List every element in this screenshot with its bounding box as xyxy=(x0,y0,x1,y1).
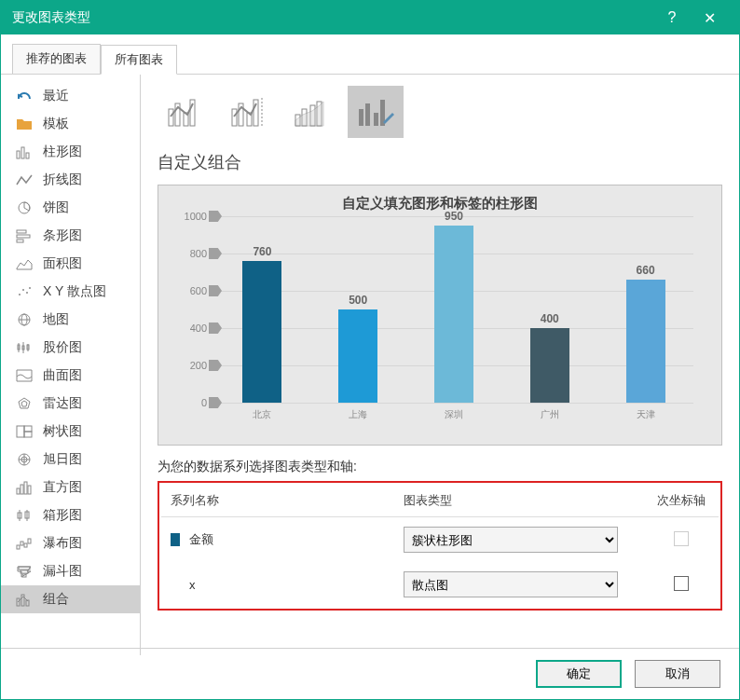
svg-rect-5 xyxy=(17,235,30,238)
sidebar-item-13[interactable]: 旭日图 xyxy=(1,446,140,474)
svg-marker-21 xyxy=(21,401,27,406)
bar-group: 950 xyxy=(426,210,482,403)
svg-point-9 xyxy=(26,292,28,294)
series-row: 金额 簇状柱形图 xyxy=(161,517,719,563)
sidebar-item-label: 股价图 xyxy=(43,339,82,356)
category-icon xyxy=(15,507,34,524)
tab-all-charts[interactable]: 所有图表 xyxy=(101,45,177,75)
category-icon xyxy=(15,535,34,552)
svg-rect-39 xyxy=(24,543,27,547)
sidebar-item-label: 树状图 xyxy=(43,423,82,440)
y-tick: 0 xyxy=(179,397,207,408)
sidebar-item-label: 漏斗图 xyxy=(43,563,82,580)
bar-value-label: 660 xyxy=(637,264,655,277)
sidebar-item-12[interactable]: 树状图 xyxy=(1,418,140,446)
x-tick: 上海 xyxy=(330,408,386,421)
sidebar-item-0[interactable]: 最近 xyxy=(1,82,140,110)
combo-type-3[interactable] xyxy=(284,86,340,138)
combo-type-1[interactable] xyxy=(158,86,213,138)
svg-rect-47 xyxy=(169,109,173,126)
sidebar-item-14[interactable]: 直方图 xyxy=(1,474,140,501)
sidebar-item-label: 组合 xyxy=(43,591,69,608)
sidebar-item-2[interactable]: 柱形图 xyxy=(1,138,140,166)
ok-button[interactable]: 确定 xyxy=(536,660,622,688)
chart-preview: 自定义填充图形和标签的柱形图 0200400600800100076050095… xyxy=(158,185,722,446)
series-row: x 散点图 xyxy=(161,562,719,607)
combo-type-2[interactable] xyxy=(221,86,277,138)
svg-point-8 xyxy=(22,289,24,291)
sidebar-item-9[interactable]: 股价图 xyxy=(1,334,140,362)
sidebar-item-4[interactable]: 饼图 xyxy=(1,194,140,222)
bar-value-label: 760 xyxy=(253,245,271,258)
category-icon xyxy=(15,451,34,468)
category-icon xyxy=(15,283,34,300)
sidebar-item-label: 箱形图 xyxy=(43,507,82,524)
sidebar-item-18[interactable]: 组合 xyxy=(1,585,140,613)
cancel-button[interactable]: 取消 xyxy=(635,660,720,688)
svg-rect-32 xyxy=(28,486,31,494)
x-tick: 北京 xyxy=(234,408,290,421)
series-name-text: x xyxy=(189,578,196,592)
svg-rect-41 xyxy=(19,567,30,570)
sidebar-item-10[interactable]: 曲面图 xyxy=(1,362,140,390)
y-tick: 1000 xyxy=(179,211,207,222)
svg-rect-51 xyxy=(232,109,237,126)
sidebar-item-6[interactable]: 面积图 xyxy=(1,250,140,278)
dialog-footer: 确定 取消 xyxy=(1,648,739,699)
svg-rect-30 xyxy=(21,485,23,494)
secondary-axis-checkbox[interactable] xyxy=(674,531,689,546)
bar-group: 660 xyxy=(618,264,674,403)
category-icon xyxy=(15,199,34,216)
bar xyxy=(338,309,377,403)
col-secondary-axis: 次坐标轴 xyxy=(644,485,719,517)
series-swatch xyxy=(171,533,180,546)
close-button[interactable]: ✕ xyxy=(691,9,728,27)
y-tick: 600 xyxy=(179,285,207,296)
help-button[interactable]: ? xyxy=(653,9,691,26)
dialog-change-chart-type: 更改图表类型 ? ✕ 推荐的图表 所有图表 最近模板柱形图折线图饼图条形图面积图… xyxy=(0,0,740,700)
sidebar-item-16[interactable]: 瀑布图 xyxy=(1,529,140,557)
bar xyxy=(242,261,281,403)
sidebar-item-label: 直方图 xyxy=(43,479,82,496)
sidebar-item-1[interactable]: 模板 xyxy=(1,110,140,138)
sidebar-item-label: 模板 xyxy=(43,116,69,132)
svg-rect-61 xyxy=(365,103,370,126)
sidebar-item-17[interactable]: 漏斗图 xyxy=(1,557,140,585)
sidebar-item-15[interactable]: 箱形图 xyxy=(1,501,140,529)
series-type-select[interactable]: 簇状柱形图 xyxy=(404,527,618,553)
category-icon xyxy=(15,144,34,160)
category-icon xyxy=(15,311,34,328)
secondary-axis-checkbox[interactable] xyxy=(674,576,689,591)
sidebar-item-label: X Y 散点图 xyxy=(43,283,106,300)
category-icon xyxy=(15,88,34,104)
bar-value-label: 950 xyxy=(445,210,463,223)
sidebar-item-7[interactable]: X Y 散点图 xyxy=(1,278,140,306)
category-icon xyxy=(15,479,34,496)
x-tick: 广州 xyxy=(522,408,578,421)
category-icon xyxy=(15,227,34,244)
section-title: 自定义组合 xyxy=(158,151,722,173)
sidebar-item-3[interactable]: 折线图 xyxy=(1,166,140,194)
svg-rect-1 xyxy=(21,147,24,158)
combo-subtype-row xyxy=(158,86,722,138)
sidebar-item-5[interactable]: 条形图 xyxy=(1,222,140,250)
y-tick: 200 xyxy=(179,360,207,371)
col-chart-type: 图表类型 xyxy=(394,485,644,517)
sidebar-item-label: 地图 xyxy=(43,311,69,328)
series-section-label: 为您的数据系列选择图表类型和轴: xyxy=(158,459,722,475)
sidebar-item-label: 曲面图 xyxy=(43,367,82,384)
svg-point-7 xyxy=(19,294,21,295)
tab-recommended[interactable]: 推荐的图表 xyxy=(12,44,101,74)
sidebar-item-8[interactable]: 地图 xyxy=(1,306,140,334)
svg-rect-22 xyxy=(17,426,24,437)
combo-type-custom[interactable] xyxy=(348,86,404,138)
svg-rect-6 xyxy=(17,240,23,242)
dialog-title: 更改图表类型 xyxy=(12,9,653,26)
svg-rect-23 xyxy=(24,426,32,432)
series-type-select[interactable]: 散点图 xyxy=(404,571,618,597)
svg-rect-4 xyxy=(17,230,26,233)
sidebar-item-11[interactable]: 雷达图 xyxy=(1,390,140,418)
sidebar-item-label: 柱形图 xyxy=(43,144,82,160)
sidebar-item-label: 条形图 xyxy=(43,227,82,244)
svg-rect-31 xyxy=(24,482,27,494)
